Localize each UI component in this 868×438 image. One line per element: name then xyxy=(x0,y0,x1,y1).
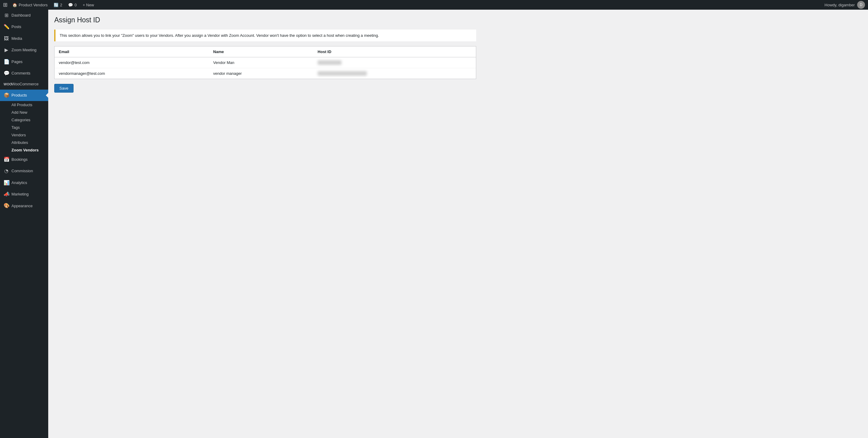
cell-hostid-1: abcdefghij xyxy=(313,57,476,68)
table-body: vendor@test.com Vendor Man abcdefghij ve… xyxy=(55,57,476,79)
cell-name-2: vendor manager xyxy=(209,68,313,79)
sidebar-item-products[interactable]: 📦 Products xyxy=(0,90,48,101)
sidebar-item-categories[interactable]: Categories xyxy=(0,116,48,124)
bookings-icon: 📅 xyxy=(4,156,9,163)
woocommerce-icon: WOO xyxy=(4,82,9,87)
sidebar-item-zoom-vendors[interactable]: Zoom Vendors xyxy=(0,146,48,154)
media-icon: 🖼 xyxy=(4,35,9,42)
sidebar-item-marketing[interactable]: 📣 Marketing xyxy=(0,188,48,200)
sidebar-item-tags[interactable]: Tags xyxy=(0,124,48,131)
adminbar-comments[interactable]: 💬 0 xyxy=(65,0,80,10)
cell-hostid-2: abcdefghijklmnopqrst xyxy=(313,68,476,79)
products-icon: 📦 xyxy=(4,92,9,99)
sidebar-item-attributes[interactable]: Attributes xyxy=(0,139,48,146)
sidebar-item-analytics[interactable]: 📊 Analytics xyxy=(0,177,48,188)
table-row: vendor@test.com Vendor Man abcdefghij xyxy=(55,57,476,68)
cell-email-1: vendor@test.com xyxy=(55,57,209,68)
col-email: Email xyxy=(55,47,209,57)
page-wrap: Assign Host ID This section allows you t… xyxy=(54,16,476,93)
zoom-meeting-icon: ▶ xyxy=(4,47,9,53)
host-id-blurred-1: abcdefghij xyxy=(318,60,341,65)
adminbar-howdy: Howdy, digamber D xyxy=(825,1,865,9)
wp-logo-icon[interactable]: ⊞ xyxy=(3,1,7,8)
sidebar: ⊞ Dashboard ✏️ Posts 🖼 Media ▶ Zoom Meet… xyxy=(0,10,48,438)
sidebar-item-vendors[interactable]: Vendors xyxy=(0,131,48,139)
main-content: Assign Host ID This section allows you t… xyxy=(48,10,868,438)
sidebar-item-appearance[interactable]: 🎨 Appearance xyxy=(0,200,48,211)
pages-icon: 📄 xyxy=(4,59,9,65)
analytics-icon: 📊 xyxy=(4,179,9,186)
appearance-icon: 🎨 xyxy=(4,202,9,209)
host-id-blurred-2: abcdefghijklmnopqrst xyxy=(318,71,367,76)
sidebar-item-comments[interactable]: 💬 Comments xyxy=(0,67,48,79)
save-button[interactable]: Save xyxy=(54,84,73,93)
table-header: Email Name Host ID xyxy=(55,47,476,57)
sidebar-item-media[interactable]: 🖼 Media xyxy=(0,33,48,45)
adminbar-site-name[interactable]: 🏠 Product Vendors xyxy=(9,0,51,10)
notice-warning: This section allows you to link your "Zo… xyxy=(54,30,476,41)
page-title: Assign Host ID xyxy=(54,16,476,25)
admin-bar: ⊞ 🏠 Product Vendors 🔄 2 💬 0 + New Howdy,… xyxy=(0,0,868,10)
col-name: Name xyxy=(209,47,313,57)
cell-name-1: Vendor Man xyxy=(209,57,313,68)
adminbar-updates[interactable]: 🔄 2 xyxy=(51,0,65,10)
cell-email-2: vendormanager@test.com xyxy=(55,68,209,79)
sidebar-item-zoom-meeting[interactable]: ▶ Zoom Meeting xyxy=(0,45,48,56)
host-id-table-wrap: Email Name Host ID vendor@test.com Vendo… xyxy=(54,46,476,79)
adminbar-new[interactable]: + New xyxy=(80,0,97,10)
sidebar-item-pages[interactable]: 📄 Pages xyxy=(0,56,48,67)
table-header-row: Email Name Host ID xyxy=(55,47,476,57)
sidebar-item-posts[interactable]: ✏️ Posts xyxy=(0,21,48,33)
col-hostid: Host ID xyxy=(313,47,476,57)
sidebar-item-bookings[interactable]: 📅 Bookings xyxy=(0,154,48,165)
adminbar-right: Howdy, digamber D xyxy=(825,1,865,9)
table-row: vendormanager@test.com vendor manager ab… xyxy=(55,68,476,79)
sidebar-item-commission[interactable]: ◔ Commission xyxy=(0,165,48,177)
marketing-icon: 📣 xyxy=(4,191,9,198)
host-id-table: Email Name Host ID vendor@test.com Vendo… xyxy=(55,47,476,79)
sidebar-item-add-new[interactable]: Add New xyxy=(0,109,48,116)
avatar: D xyxy=(857,1,865,9)
posts-icon: ✏️ xyxy=(4,24,9,30)
sidebar-item-all-products[interactable]: All Products xyxy=(0,101,48,109)
comments-icon: 💬 xyxy=(4,70,9,77)
sidebar-item-woocommerce[interactable]: WOO WooCommerce xyxy=(0,79,48,89)
sidebar-item-dashboard[interactable]: ⊞ Dashboard xyxy=(0,10,48,21)
dashboard-icon: ⊞ xyxy=(4,12,9,19)
commission-icon: ◔ xyxy=(4,168,9,174)
